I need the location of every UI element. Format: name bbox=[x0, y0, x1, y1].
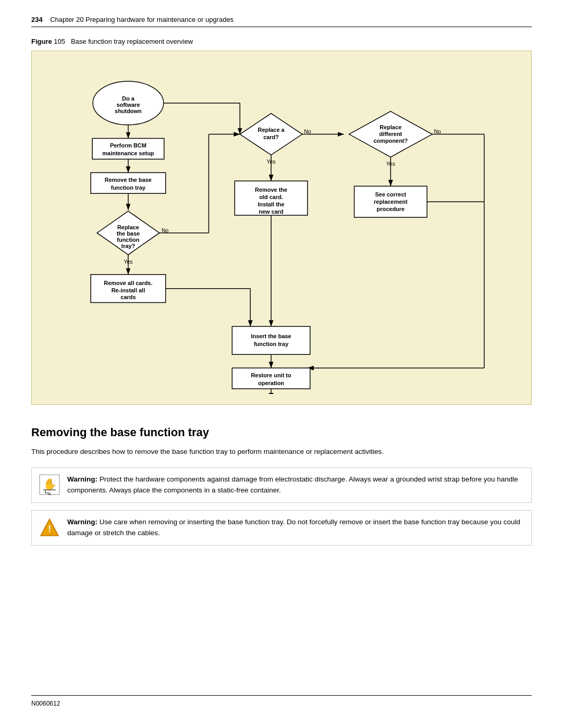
figure-label: Figure bbox=[31, 38, 54, 45]
page: 234 Chapter 20 Preparing hardware for ma… bbox=[0, 0, 563, 728]
caution-warning-bold: Warning: bbox=[67, 518, 97, 526]
replace-card-text1: Replace a bbox=[258, 127, 285, 133]
see-correct-text1: See correct bbox=[375, 191, 407, 198]
svg-text:!: ! bbox=[48, 524, 51, 534]
replace-diff-no-label: No bbox=[434, 129, 441, 134]
replace-card-no-label: No bbox=[304, 129, 311, 134]
caution-warning-body: Use care when removing or inserting the … bbox=[67, 518, 520, 537]
flowchart-svg: Do a software shutdown Perform BCM maint… bbox=[40, 61, 523, 394]
see-correct-text2: replacement bbox=[374, 199, 408, 205]
remove-all-text1: Remove all cards. bbox=[104, 280, 152, 286]
perform-bcm-text1: Perform BCM bbox=[110, 142, 146, 149]
remove-all-text2: Re-install all bbox=[112, 287, 145, 293]
caution-warning-text: Warning: Use care when removing or inser… bbox=[67, 517, 524, 539]
figure-caption-description: Base function tray replacement overview bbox=[71, 38, 193, 45]
insert-base-text2: function tray bbox=[254, 341, 289, 347]
remove-base-text1: Remove the base bbox=[105, 177, 152, 183]
esd-warning-text: Warning: Protect the hardware components… bbox=[67, 474, 524, 496]
doc-number: N0060612 bbox=[31, 700, 60, 707]
esd-warning-icon: ✋ bbox=[39, 474, 60, 495]
replace-tray-text4: tray? bbox=[121, 243, 136, 249]
do-software-text2: software bbox=[116, 102, 140, 108]
esd-warning-bold: Warning: bbox=[67, 475, 97, 483]
figure-caption-text bbox=[67, 38, 71, 45]
replace-card-text2: card? bbox=[263, 134, 279, 140]
remove-base-text2: function tray bbox=[111, 184, 146, 191]
restore-unit-text2: operation bbox=[258, 380, 284, 386]
replace-diff-text1: Replace bbox=[380, 124, 401, 130]
figure-caption: Figure 105 Base function tray replacemen… bbox=[31, 38, 532, 45]
do-software-text1: Do a bbox=[122, 95, 135, 102]
restore-unit-text1: Restore unit to bbox=[251, 372, 291, 378]
remove-all-text3: cards bbox=[120, 294, 136, 300]
section-body: This procedure describes how to remove t… bbox=[31, 447, 532, 457]
warning-esd-box: ✋ Warning: Protect the hardware componen… bbox=[31, 467, 532, 503]
header-text: 234 Chapter 20 Preparing hardware for ma… bbox=[31, 16, 234, 23]
replace-tray-text1: Replace bbox=[117, 224, 139, 230]
replace-tray-no-label: No bbox=[162, 228, 169, 233]
insert-base-text1: Insert the base bbox=[251, 333, 291, 339]
remove-old-text2: old card. bbox=[259, 194, 283, 200]
perform-bcm-text2: maintenance setup bbox=[102, 150, 154, 156]
remove-old-text1: Remove the bbox=[255, 187, 287, 193]
figure-number: 105 bbox=[54, 38, 65, 45]
see-correct-text3: procedure bbox=[377, 206, 405, 212]
replace-diff-text3: component? bbox=[373, 138, 408, 144]
esd-warning-body: Protect the hardware components against … bbox=[67, 475, 518, 494]
do-software-text3: shutdown bbox=[115, 108, 142, 114]
chapter-text bbox=[44, 16, 48, 23]
page-footer: N0060612 bbox=[31, 695, 532, 707]
page-number: 234 bbox=[31, 16, 43, 23]
replace-tray-text2: the base bbox=[117, 230, 140, 237]
chapter-label: Chapter 20 Preparing hardware for mainte… bbox=[50, 16, 234, 23]
section-title: Removing the base function tray bbox=[31, 426, 532, 439]
remove-old-text4: new card bbox=[259, 208, 283, 215]
replace-diff-text2: different bbox=[379, 131, 402, 137]
warning-caution-box: ! Warning: Use care when removing or ins… bbox=[31, 510, 532, 546]
flowchart-container: Do a software shutdown Perform BCM maint… bbox=[31, 51, 532, 405]
remove-old-text3: Install the bbox=[258, 201, 285, 207]
svg-text:✋: ✋ bbox=[43, 477, 57, 491]
page-header: 234 Chapter 20 Preparing hardware for ma… bbox=[31, 16, 532, 27]
caution-warning-icon: ! bbox=[39, 517, 60, 538]
replace-tray-text3: function bbox=[117, 237, 140, 243]
